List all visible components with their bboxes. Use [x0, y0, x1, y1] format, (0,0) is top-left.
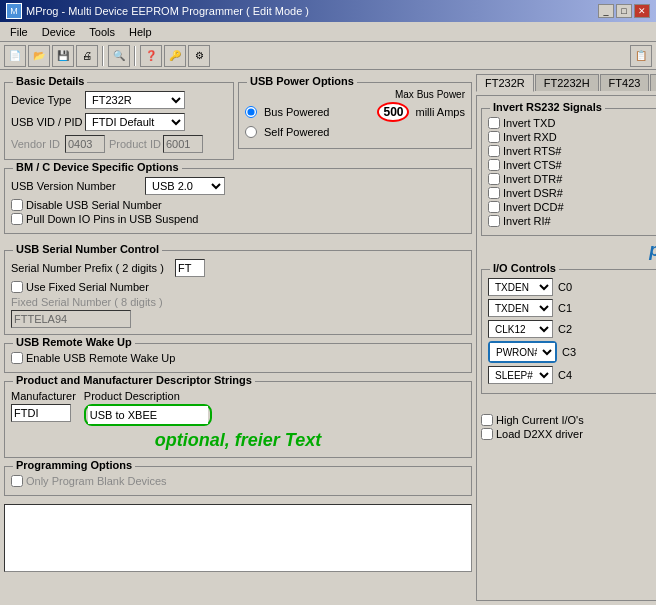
- prufen-annotation: prüfen: [649, 240, 656, 260]
- self-powered-radio[interactable]: [245, 126, 257, 138]
- serial-prefix-label: Serial Number Prefix ( 2 digits ): [11, 262, 171, 274]
- app-icon: M: [6, 3, 22, 19]
- toolbar-save[interactable]: 💾: [52, 45, 74, 67]
- menu-file[interactable]: File: [4, 25, 34, 39]
- minimize-button[interactable]: _: [598, 4, 614, 18]
- bmc-options-title: BM / C Device Specific Options: [13, 161, 182, 173]
- usb-vid-pid-select[interactable]: FTDI Default: [85, 113, 185, 131]
- invert-rxd-checkbox[interactable]: [488, 131, 500, 143]
- tab-ft423[interactable]: FT423: [600, 74, 650, 91]
- notes-area[interactable]: [4, 504, 472, 572]
- usb-power-title: USB Power Options: [247, 75, 357, 87]
- invert-ri-checkbox[interactable]: [488, 215, 500, 227]
- vendor-id-label: Vendor ID: [11, 138, 61, 150]
- invert-dsr-checkbox[interactable]: [488, 187, 500, 199]
- high-current-label: High Current I/O's: [496, 414, 584, 426]
- toolbar-open[interactable]: 📂: [28, 45, 50, 67]
- invert-dcd-checkbox[interactable]: [488, 201, 500, 213]
- disable-serial-checkbox[interactable]: [11, 199, 23, 211]
- menu-help[interactable]: Help: [123, 25, 158, 39]
- invert-dsr-label: Invert DSR#: [503, 187, 563, 199]
- disable-serial-label: Disable USB Serial Number: [26, 199, 162, 211]
- pull-down-checkbox[interactable]: [11, 213, 23, 225]
- enable-wakeup-checkbox[interactable]: [11, 352, 23, 364]
- invert-rts-label: Invert RTS#: [503, 145, 562, 157]
- only-blank-label: Only Program Blank Devices: [26, 475, 167, 487]
- invert-txd-label: Invert TXD: [503, 117, 555, 129]
- io-c3-label: C3: [562, 346, 576, 358]
- invert-dtr-checkbox[interactable]: [488, 173, 500, 185]
- product-descriptor-title: Product and Manufacturer Descriptor Stri…: [13, 374, 255, 386]
- vendor-id-input: [65, 135, 105, 153]
- io-controls-title: I/O Controls: [490, 262, 559, 274]
- invert-cts-checkbox[interactable]: [488, 159, 500, 171]
- tab-bar: FT232R FT2232H FT423 ◄ ►: [476, 74, 656, 91]
- invert-dtr-label: Invert DTR#: [503, 173, 562, 185]
- io-c4-select[interactable]: SLEEP#: [488, 366, 553, 384]
- max-bus-power-label: Max Bus Power: [395, 89, 465, 100]
- product-desc-input[interactable]: [88, 406, 208, 424]
- toolbar-search[interactable]: 🔍: [108, 45, 130, 67]
- usb-vid-pid-label: USB VID / PID: [11, 116, 81, 128]
- maximize-button[interactable]: □: [616, 4, 632, 18]
- bus-powered-radio[interactable]: [245, 106, 257, 118]
- toolbar-new[interactable]: 📄: [4, 45, 26, 67]
- io-c3-select[interactable]: PWRON#: [490, 343, 555, 361]
- load-d2xx-label: Load D2XX driver: [496, 428, 583, 440]
- basic-details-title: Basic Details: [13, 75, 87, 87]
- io-c2-label: C2: [558, 323, 572, 335]
- basic-details-group: Basic Details Device Type FT232R USB VID…: [4, 82, 234, 160]
- pwron-highlight: PWRON#: [488, 341, 557, 363]
- menu-tools[interactable]: Tools: [83, 25, 121, 39]
- load-d2xx-checkbox[interactable]: [481, 428, 493, 440]
- usb-serial-title: USB Serial Number Control: [13, 243, 162, 255]
- toolbar: 📄 📂 💾 🖨 🔍 ❓ 🔑 ⚙ 📋: [0, 42, 656, 70]
- usb-version-label: USB Version Number: [11, 180, 141, 192]
- usb-wakeup-group: USB Remote Wake Up Enable USB Remote Wak…: [4, 343, 472, 373]
- tab-ft2232h[interactable]: FT2232H: [535, 74, 599, 91]
- toolbar-extra[interactable]: 📋: [630, 45, 652, 67]
- usb-power-group: USB Power Options Max Bus Power Bus Powe…: [238, 82, 472, 149]
- use-fixed-serial-label: Use Fixed Serial Number: [26, 281, 149, 293]
- product-desc-circle: [84, 404, 212, 426]
- toolbar-settings[interactable]: ⚙: [188, 45, 210, 67]
- invert-txd-checkbox[interactable]: [488, 117, 500, 129]
- toolbar-key[interactable]: 🔑: [164, 45, 186, 67]
- fixed-number-input: [11, 310, 131, 328]
- invert-rts-checkbox[interactable]: [488, 145, 500, 157]
- close-button[interactable]: ✕: [634, 4, 650, 18]
- programming-options-title: Programming Options: [13, 459, 135, 471]
- toolbar-help[interactable]: ❓: [140, 45, 162, 67]
- invert-cts-label: Invert CTS#: [503, 159, 562, 171]
- io-c2-select[interactable]: CLK12: [488, 320, 553, 338]
- only-blank-checkbox[interactable]: [11, 475, 23, 487]
- toolbar-print[interactable]: 🖨: [76, 45, 98, 67]
- device-type-select[interactable]: FT232R: [85, 91, 185, 109]
- right-panel: FT232R FT2232H FT423 ◄ ► Invert RS232 Si…: [476, 74, 656, 601]
- use-fixed-serial-checkbox[interactable]: [11, 281, 23, 293]
- serial-prefix-input[interactable]: [175, 259, 205, 277]
- high-current-checkbox[interactable]: [481, 414, 493, 426]
- io-c1-label: C1: [558, 302, 572, 314]
- usb-version-select[interactable]: USB 2.0: [145, 177, 225, 195]
- io-controls-group: I/O Controls TXDEN C0 TXDEN C1: [481, 269, 656, 394]
- product-id-input: [163, 135, 203, 153]
- milli-amps-label: milli Amps: [415, 106, 465, 118]
- io-c1-select[interactable]: TXDEN: [488, 299, 553, 317]
- invert-rs232-title: Invert RS232 Signals: [490, 101, 605, 113]
- left-panel: Basic Details Device Type FT232R USB VID…: [4, 74, 472, 601]
- title-bar: M MProg - Multi Device EEPROM Programmer…: [0, 0, 656, 22]
- menu-bar: File Device Tools Help: [0, 22, 656, 42]
- product-desc-label: Product Description: [84, 390, 465, 402]
- self-powered-label: Self Powered: [264, 126, 329, 138]
- fixed-number-label: Fixed Serial Number ( 8 digits ): [11, 296, 465, 308]
- tab-ft232r[interactable]: FT232R: [476, 74, 534, 92]
- tab-content: Invert RS232 Signals Invert TXD Invert R…: [476, 95, 656, 601]
- invert-rxd-label: Invert RXD: [503, 131, 557, 143]
- manufacturer-input[interactable]: [11, 404, 71, 422]
- io-c0-select[interactable]: TXDEN: [488, 278, 553, 296]
- menu-device[interactable]: Device: [36, 25, 82, 39]
- notes-textarea[interactable]: [5, 505, 471, 571]
- tab-prev[interactable]: ◄: [650, 74, 656, 91]
- product-id-label: Product ID: [109, 138, 159, 150]
